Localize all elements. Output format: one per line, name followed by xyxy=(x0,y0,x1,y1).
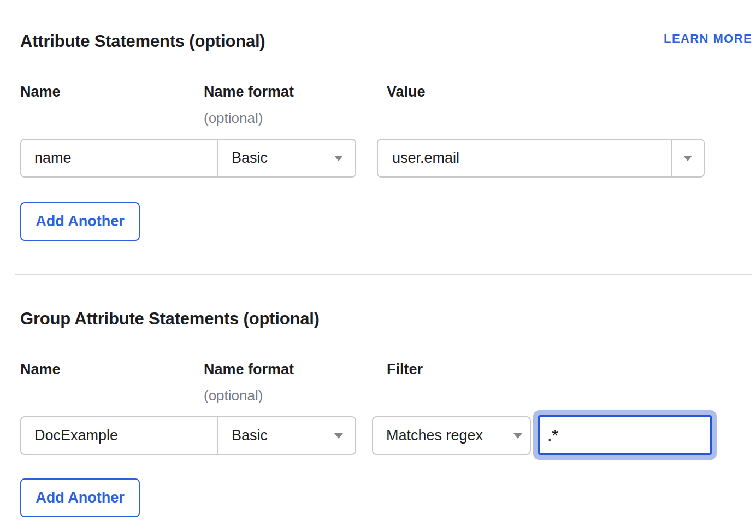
group-name-input[interactable] xyxy=(20,416,218,455)
attribute-value-dropdown-button[interactable] xyxy=(672,140,704,176)
learn-more-link[interactable]: LEARN MORE xyxy=(664,32,752,46)
column-header-name-format: Name format xyxy=(204,84,294,101)
attribute-value-input[interactable] xyxy=(378,140,671,176)
column-header-name: Name xyxy=(20,84,61,101)
group-name-format-select[interactable]: Basic xyxy=(217,416,356,455)
group-column-header-name: Name xyxy=(20,361,61,378)
column-header-name-format-optional: (optional) xyxy=(204,110,263,127)
attribute-name-input[interactable] xyxy=(20,139,218,178)
chevron-down-icon xyxy=(334,156,343,161)
attribute-statements-title: Attribute Statements (optional) xyxy=(20,32,265,51)
chevron-down-icon xyxy=(683,156,692,161)
group-attribute-statements-title: Group Attribute Statements (optional) xyxy=(20,309,320,329)
chevron-down-icon xyxy=(513,433,522,439)
attribute-row: Basic xyxy=(20,139,356,178)
section-divider xyxy=(15,274,752,275)
group-attribute-row: Basic xyxy=(20,416,356,455)
group-filter-type-select[interactable]: Matches regex xyxy=(372,416,531,455)
attribute-value-combobox xyxy=(377,139,705,178)
group-filter-type-selected-value: Matches regex xyxy=(386,427,483,444)
group-column-header-name-format: Name format xyxy=(204,361,294,378)
group-column-header-filter: Filter xyxy=(387,361,423,378)
add-another-group-attribute-button[interactable]: Add Another xyxy=(20,478,140,517)
attribute-name-format-select[interactable]: Basic xyxy=(217,139,356,178)
add-another-attribute-button[interactable]: Add Another xyxy=(20,202,140,241)
group-column-header-name-format-optional: (optional) xyxy=(204,387,263,404)
chevron-down-icon xyxy=(334,433,343,439)
group-filter-value-input[interactable] xyxy=(538,415,712,455)
column-header-value: Value xyxy=(387,84,426,101)
attribute-name-format-selected-value: Basic xyxy=(232,150,268,167)
group-name-format-selected-value: Basic xyxy=(232,427,268,444)
saml-attribute-statements-panel: Attribute Statements (optional) LEARN MO… xyxy=(0,0,756,532)
